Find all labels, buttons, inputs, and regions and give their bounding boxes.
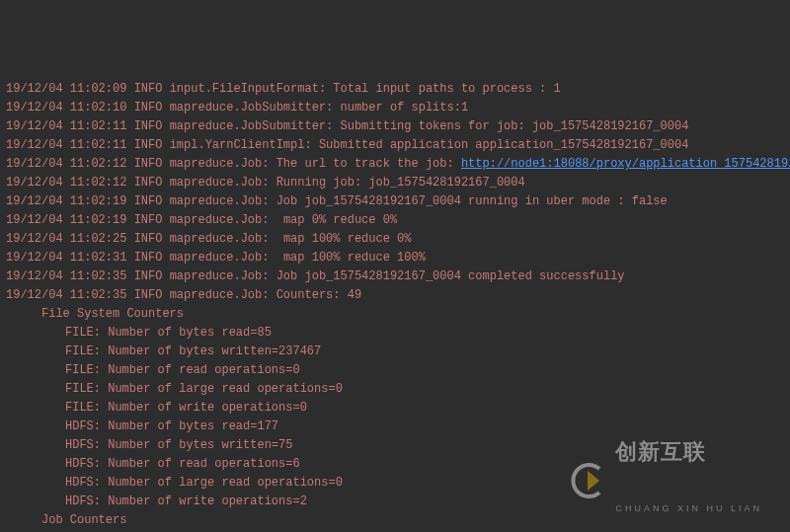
log-line: 19/12/04 11:02:12 INFO mapreduce.Job: Th… bbox=[6, 155, 790, 174]
log-level: INFO bbox=[134, 82, 163, 96]
log-class: mapreduce.Job bbox=[170, 157, 263, 171]
log-timestamp: 19/12/04 11:02:11 bbox=[6, 119, 126, 133]
log-level: INFO bbox=[134, 288, 163, 302]
log-level: INFO bbox=[134, 194, 163, 208]
log-message: map 0% reduce 0% bbox=[283, 213, 397, 227]
log-class: mapreduce.Job bbox=[170, 251, 263, 265]
log-class: mapreduce.Job bbox=[170, 213, 263, 227]
log-class: mapreduce.Job bbox=[170, 288, 263, 302]
log-separator: : bbox=[262, 194, 276, 208]
log-timestamp: 19/12/04 11:02:19 bbox=[6, 194, 126, 208]
log-message: map 100% reduce 0% bbox=[283, 232, 412, 246]
log-timestamp: 19/12/04 11:02:35 bbox=[6, 269, 126, 283]
tracking-url-link[interactable]: http://node1:18088/proxy/application_157… bbox=[461, 157, 790, 171]
log-line: 19/12/04 11:02:25 INFO mapreduce.Job: ma… bbox=[6, 230, 790, 249]
log-class: mapreduce.Job bbox=[170, 232, 263, 246]
log-separator: : bbox=[262, 213, 283, 227]
terminal-log: 19/12/04 11:02:09 INFO input.FileInputFo… bbox=[0, 75, 790, 532]
log-class: mapreduce.Job bbox=[170, 176, 263, 190]
log-class: mapreduce.JobSubmitter bbox=[170, 101, 326, 114]
counter-item: FILE: Number of large read operations=0 bbox=[6, 380, 790, 399]
log-level: INFO bbox=[134, 232, 163, 246]
log-separator: : bbox=[326, 101, 340, 114]
log-message: Job job_1575428192167_0004 completed suc… bbox=[276, 269, 625, 283]
log-message: Submitting tokens for job: job_157542819… bbox=[340, 119, 688, 133]
log-separator: : bbox=[262, 157, 276, 171]
log-level: INFO bbox=[134, 176, 163, 190]
log-level: INFO bbox=[134, 213, 163, 227]
counter-item: FILE: Number of bytes read=85 bbox=[6, 324, 790, 342]
log-separator: : bbox=[326, 119, 340, 133]
log-line: 19/12/04 11:02:35 INFO mapreduce.Job: Jo… bbox=[6, 267, 790, 286]
log-separator: : bbox=[262, 232, 283, 246]
counter-item: FILE: Number of read operations=0 bbox=[6, 361, 790, 380]
log-separator: : bbox=[262, 288, 276, 302]
log-line: 19/12/04 11:02:11 INFO mapreduce.JobSubm… bbox=[6, 117, 790, 136]
counter-item: HDFS: Number of read operations=6 bbox=[6, 455, 790, 474]
log-separator: : bbox=[262, 269, 276, 283]
counter-item: FILE: Number of bytes written=237467 bbox=[6, 342, 790, 361]
log-class: input.FileInputFormat bbox=[170, 82, 319, 96]
log-class: mapreduce.JobSubmitter bbox=[170, 119, 326, 133]
log-separator: : bbox=[262, 176, 276, 190]
counter-item: HDFS: Number of write operations=2 bbox=[6, 493, 790, 511]
log-line: 19/12/04 11:02:09 INFO input.FileInputFo… bbox=[6, 80, 790, 99]
log-class: mapreduce.Job bbox=[170, 269, 263, 283]
log-line: 19/12/04 11:02:19 INFO mapreduce.Job: ma… bbox=[6, 211, 790, 230]
log-separator: : bbox=[319, 82, 333, 96]
log-message: Submitted application application_157542… bbox=[319, 138, 688, 152]
counter-item: HDFS: Number of large read operations=0 bbox=[6, 474, 790, 493]
log-message: Job job_1575428192167_0004 running in ub… bbox=[276, 194, 668, 208]
log-timestamp: 19/12/04 11:02:10 bbox=[6, 101, 126, 114]
log-level: INFO bbox=[134, 269, 163, 283]
log-separator: : bbox=[262, 251, 283, 265]
log-line: 19/12/04 11:02:19 INFO mapreduce.Job: Jo… bbox=[6, 192, 790, 211]
counter-item: HDFS: Number of bytes read=177 bbox=[6, 418, 790, 436]
log-class: mapreduce.Job bbox=[170, 194, 263, 208]
log-timestamp: 19/12/04 11:02:25 bbox=[6, 232, 126, 246]
log-line: 19/12/04 11:02:10 INFO mapreduce.JobSubm… bbox=[6, 99, 790, 117]
log-line: 19/12/04 11:02:11 INFO impl.YarnClientIm… bbox=[6, 136, 790, 155]
log-timestamp: 19/12/04 11:02:19 bbox=[6, 213, 126, 227]
log-class: impl.YarnClientImpl bbox=[170, 138, 305, 152]
log-line: 19/12/04 11:02:12 INFO mapreduce.Job: Ru… bbox=[6, 174, 790, 192]
log-timestamp: 19/12/04 11:02:31 bbox=[6, 251, 126, 265]
log-message: The url to track the job: bbox=[276, 157, 461, 171]
log-level: INFO bbox=[134, 138, 163, 152]
log-line: 19/12/04 11:02:31 INFO mapreduce.Job: ma… bbox=[6, 249, 790, 267]
log-timestamp: 19/12/04 11:02:09 bbox=[6, 82, 126, 96]
log-timestamp: 19/12/04 11:02:12 bbox=[6, 176, 126, 190]
log-line: 19/12/04 11:02:35 INFO mapreduce.Job: Co… bbox=[6, 286, 790, 305]
counter-item: HDFS: Number of bytes written=75 bbox=[6, 436, 790, 455]
log-separator: : bbox=[304, 138, 318, 152]
log-message: Total input paths to process : 1 bbox=[333, 82, 560, 96]
log-timestamp: 19/12/04 11:02:11 bbox=[6, 138, 126, 152]
log-message: map 100% reduce 100% bbox=[283, 251, 426, 265]
log-level: INFO bbox=[134, 251, 163, 265]
counter-section-title: File System Counters bbox=[6, 305, 790, 324]
counter-section-title: Job Counters bbox=[6, 511, 790, 530]
log-level: INFO bbox=[134, 119, 163, 133]
counter-item: FILE: Number of write operations=0 bbox=[6, 399, 790, 418]
log-message: number of splits:1 bbox=[340, 101, 468, 114]
log-message: Counters: 49 bbox=[276, 288, 361, 302]
log-timestamp: 19/12/04 11:02:35 bbox=[6, 288, 126, 302]
log-level: INFO bbox=[134, 101, 163, 114]
log-message: Running job: job_1575428192167_0004 bbox=[276, 176, 525, 190]
log-timestamp: 19/12/04 11:02:12 bbox=[6, 157, 126, 171]
log-level: INFO bbox=[134, 157, 163, 171]
